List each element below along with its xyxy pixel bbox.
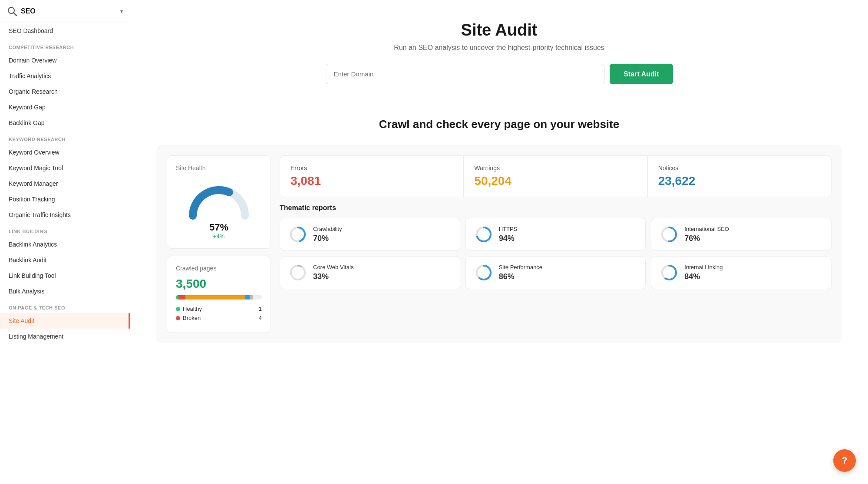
thematic-section: Thematic reports Crawlability 70% HTTPS … [280,204,832,289]
warnings-label: Warnings [474,165,637,171]
healthy-count: 1 [259,306,262,312]
sidebar-item-backlink-analytics[interactable]: Backlink Analytics [0,237,130,252]
thematic-item-label: HTTPS [499,226,518,232]
broken-dot [176,316,180,320]
gauge-chart [184,177,254,220]
thematic-item-label: Internal Linking [684,264,723,270]
circle-progress [475,225,493,244]
sidebar-item-keyword-overview[interactable]: Keyword Overview [0,145,130,160]
errors-row: Errors 3,081 Warnings 50,204 Notices 23,… [280,155,832,197]
site-health-label: Site Health [176,165,262,171]
thematic-item-label: Crawlability [313,226,342,232]
domain-input-row: Start Audit [326,64,673,84]
circle-progress [660,263,678,282]
thematic-title: Thematic reports [280,204,832,212]
healthy-label: Healthy [183,306,202,312]
left-panel: Site Health 57% +4% Crawled pa [167,155,271,333]
legend-broken: Broken 4 [176,315,262,321]
thematic-item-percent: 84% [684,272,723,281]
thematic-item-label: International SEO [684,226,729,232]
sidebar-item-backlink-audit[interactable]: Backlink Audit [0,252,130,268]
thematic-item-label: Site Performance [499,264,542,270]
thematic-item-percent: 70% [313,234,342,243]
notices-label: Notices [658,165,821,171]
warnings-value: 50,204 [474,174,637,188]
notices-cell: Notices 23,622 [648,156,831,197]
sidebar-item-position-tracking[interactable]: Position Tracking [0,191,130,207]
legend-healthy: Healthy 1 [176,306,262,312]
errors-cell: Errors 3,081 [280,156,464,197]
sidebar-item-keyword-gap[interactable]: Keyword Gap [0,99,130,115]
site-health-card: Site Health 57% +4% [167,155,271,249]
hero-section: Site Audit Run an SEO analysis to uncove… [130,0,868,100]
crawled-bar [176,295,262,300]
chevron-down-icon: ▾ [120,8,123,14]
start-audit-button[interactable]: Start Audit [610,64,673,84]
thematic-item-label: Core Web Vitals [313,264,353,270]
app-name: SEO [21,7,36,15]
help-button[interactable]: ? [833,449,856,472]
sidebar-item-organic-research[interactable]: Organic Research [0,84,130,99]
sidebar-item-listing-management[interactable]: Listing Management [0,329,130,344]
bar-broken [178,295,185,300]
thematic-card-international-seo[interactable]: International SEO 76% [651,218,832,251]
sidebar-item-keyword-manager[interactable]: Keyword Manager [0,176,130,191]
circle-progress [289,263,307,282]
crawled-pages-card: Crawled pages 3,500 Healthy [167,256,271,333]
sidebar-item-seo-dashboard[interactable]: SEO Dashboard [0,23,130,39]
sidebar-item-organic-traffic-insights[interactable]: Organic Traffic Insights [0,207,130,223]
circle-progress [475,263,493,282]
notices-value: 23,622 [658,174,821,188]
bar-notices [245,295,250,300]
hero-subtitle: Run an SEO analysis to uncover the highe… [165,44,833,52]
svg-line-1 [13,13,17,16]
errors-label: Errors [290,165,453,171]
sidebar-item-keyword-magic-tool[interactable]: Keyword Magic Tool [0,160,130,176]
crawled-pages-label: Crawled pages [176,265,262,272]
sidebar-section-label: COMPETITIVE RESEARCH [0,39,130,53]
sidebar-section-label: LINK BUILDING [0,223,130,237]
thematic-card-core-web-vitals[interactable]: Core Web Vitals 33% [280,256,460,289]
broken-label: Broken [183,315,201,321]
thematic-card-internal-linking[interactable]: Internal Linking 84% [651,256,832,289]
thematic-item-percent: 94% [499,234,518,243]
thematic-card-crawlability[interactable]: Crawlability 70% [280,218,460,251]
errors-value: 3,081 [290,174,453,188]
sidebar: SEO ▾ SEO Dashboard COMPETITIVE RESEARCH… [0,0,130,484]
circle-progress [660,225,678,244]
bar-warnings [185,295,246,300]
thematic-grid: Crawlability 70% HTTPS 94% International… [280,218,832,289]
seo-icon [7,6,17,16]
domain-input[interactable] [326,64,605,84]
dashboard-section: Crawl and check every page on your websi… [130,100,868,361]
sidebar-section-label: KEYWORD RESEARCH [0,131,130,145]
warnings-cell: Warnings 50,204 [464,156,647,197]
crawled-count: 3,500 [176,277,262,291]
thematic-card-https[interactable]: HTTPS 94% [465,218,646,251]
sidebar-section-label: ON PAGE & TECH SEO [0,299,130,313]
main-content: Site Audit Run an SEO analysis to uncove… [130,0,868,484]
thematic-item-percent: 33% [313,272,353,281]
svg-point-8 [291,266,305,280]
bar-other [250,295,253,300]
healthy-dot [176,307,180,311]
thematic-item-percent: 76% [684,234,729,243]
gauge-container: 57% +4% [176,177,262,240]
right-panel: Errors 3,081 Warnings 50,204 Notices 23,… [280,155,832,333]
sidebar-item-traffic-analytics[interactable]: Traffic Analytics [0,68,130,84]
sidebar-item-link-building-tool[interactable]: Link Building Tool [0,268,130,283]
sidebar-item-bulk-analysis[interactable]: Bulk Analysis [0,283,130,299]
sidebar-item-domain-overview[interactable]: Domain Overview [0,53,130,68]
gauge-delta: +4% [213,233,224,240]
page-title: Site Audit [165,21,833,40]
dashboard-container: Site Health 57% +4% Crawled pa [156,145,842,343]
sidebar-item-backlink-gap[interactable]: Backlink Gap [0,115,130,131]
section-title: Crawl and check every page on your websi… [156,118,842,131]
broken-count: 4 [259,315,262,321]
sidebar-header[interactable]: SEO ▾ [0,0,130,23]
circle-progress [289,225,307,244]
thematic-card-site-performance[interactable]: Site Performance 86% [465,256,646,289]
gauge-percent: 57% [209,222,228,233]
thematic-item-percent: 86% [499,272,542,281]
sidebar-item-site-audit[interactable]: Site Audit [0,313,130,329]
